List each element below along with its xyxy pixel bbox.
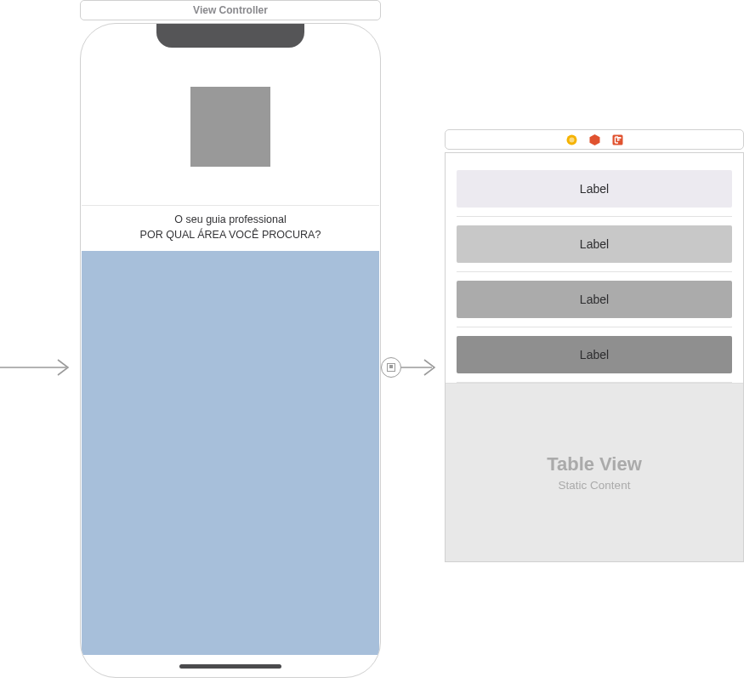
guide-label-2[interactable]: POR QUAL ÁREA VOCÊ PROCURA? — [88, 228, 372, 243]
view-controller-icon[interactable] — [566, 134, 577, 145]
table-cell[interactable]: Label — [457, 225, 732, 263]
view-controller-scene[interactable]: View Controller O seu guia professional … — [80, 0, 381, 678]
table-cell[interactable]: Label — [457, 336, 732, 373]
guide-label-1[interactable]: O seu guia professional — [88, 213, 372, 228]
scene-dock[interactable] — [445, 129, 744, 150]
table-view[interactable]: Label Label Label Label Table View Stati… — [445, 152, 744, 562]
cell-label: Label — [580, 348, 609, 361]
initial-scene-arrow — [0, 357, 78, 378]
cell-label: Label — [580, 182, 609, 196]
image-view[interactable] — [190, 87, 270, 167]
svg-point-3 — [569, 137, 574, 142]
device-frame: O seu guia professional POR QUAL ÁREA VO… — [80, 23, 381, 678]
footer-title: Table View — [547, 453, 642, 475]
scene-title-label: View Controller — [193, 4, 268, 16]
device-notch — [156, 24, 304, 48]
exit-icon[interactable] — [612, 134, 623, 145]
scene-title-bar[interactable]: View Controller — [80, 0, 381, 20]
table-view-controller-scene[interactable]: Label Label Label Label Table View Stati… — [445, 129, 744, 562]
container-view[interactable] — [82, 251, 379, 655]
svg-marker-4 — [589, 134, 599, 145]
home-indicator — [179, 664, 281, 669]
first-responder-icon[interactable] — [589, 134, 600, 145]
header-container[interactable] — [82, 48, 379, 206]
table-placeholder-footer: Table View Static Content — [446, 383, 743, 561]
table-cell[interactable]: Label — [457, 170, 732, 208]
segue-embed-icon — [381, 357, 401, 378]
table-cell[interactable]: Label — [457, 281, 732, 318]
label-container[interactable]: O seu guia professional POR QUAL ÁREA VO… — [82, 206, 379, 251]
embed-segue[interactable] — [381, 350, 444, 384]
footer-subtitle: Static Content — [559, 479, 631, 492]
cell-label: Label — [580, 293, 609, 306]
cell-label: Label — [580, 237, 609, 251]
root-view[interactable]: O seu guia professional POR QUAL ÁREA VO… — [82, 48, 379, 655]
